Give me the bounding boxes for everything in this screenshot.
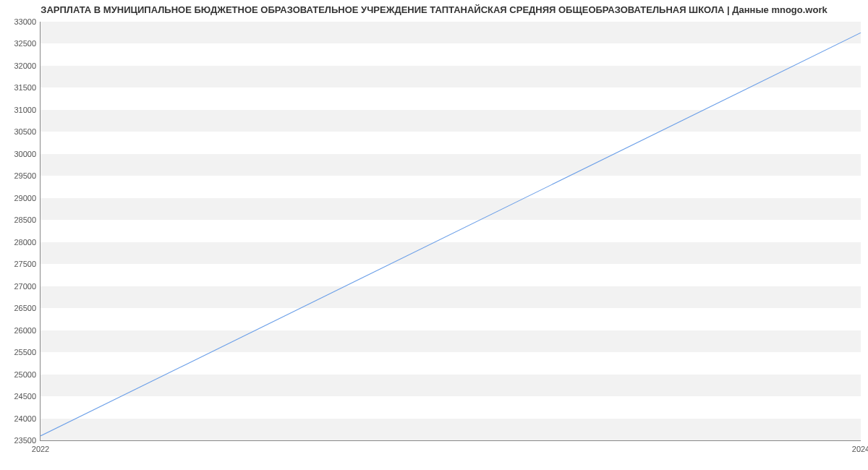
y-tick-label: 31000 <box>14 106 36 114</box>
y-tick-label: 32500 <box>14 39 36 48</box>
chart-container: ЗАРПЛАТА В МУНИЦИПАЛЬНОЕ БЮДЖЕТНОЕ ОБРАЗ… <box>0 0 868 470</box>
y-tick-label: 32000 <box>14 61 36 70</box>
y-tick-label: 24000 <box>14 414 36 423</box>
x-tick-label: 2022 <box>32 445 49 453</box>
y-tick-label: 27500 <box>14 260 36 268</box>
y-tick-label: 27000 <box>14 282 36 291</box>
y-tick-label: 30000 <box>14 150 36 158</box>
y-tick-label: 24500 <box>14 392 36 401</box>
y-tick-label: 29000 <box>14 194 36 202</box>
y-tick-label: 33000 <box>14 17 36 26</box>
y-tick-label: 31500 <box>14 83 36 92</box>
y-tick-label: 26000 <box>14 326 36 335</box>
chart-title: ЗАРПЛАТА В МУНИЦИПАЛЬНОЕ БЮДЖЕТНОЕ ОБРАЗ… <box>0 4 868 15</box>
y-tick-label: 23500 <box>14 436 36 445</box>
plot-area: 2350024000245002500025500260002650027000… <box>40 22 861 441</box>
x-tick-label: 2024 <box>852 445 868 453</box>
series-line <box>41 33 861 436</box>
y-tick-label: 25500 <box>14 348 36 356</box>
line-layer <box>41 22 861 440</box>
y-tick-label: 28500 <box>14 215 36 224</box>
y-tick-label: 25000 <box>14 370 36 379</box>
y-tick-label: 28000 <box>14 238 36 247</box>
y-tick-label: 29500 <box>14 171 36 180</box>
y-tick-label: 30500 <box>14 127 36 136</box>
y-tick-label: 26500 <box>14 304 36 312</box>
